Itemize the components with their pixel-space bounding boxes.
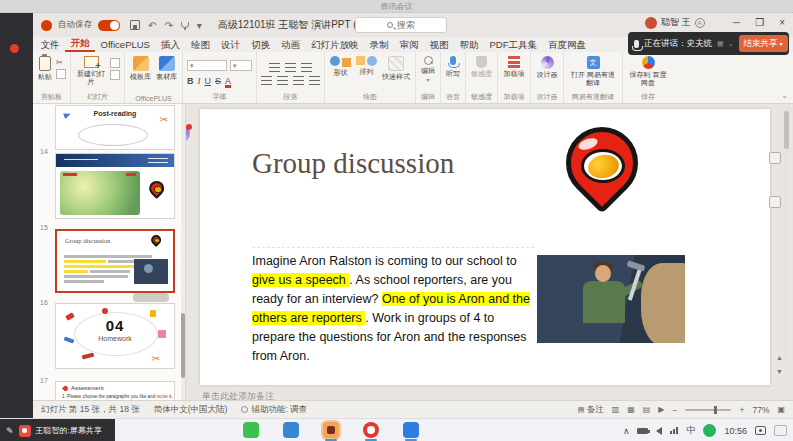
numbering-icon[interactable] xyxy=(285,63,296,72)
speaker-icon[interactable] xyxy=(656,427,662,435)
bold-button[interactable]: B xyxy=(187,76,194,86)
align-center-icon[interactable] xyxy=(277,76,288,85)
tab-draw[interactable]: 绘图 xyxy=(185,38,215,52)
trophy-icon[interactable] xyxy=(181,22,189,28)
zoom-slider[interactable] xyxy=(685,409,731,411)
addins-button[interactable]: 加载项 xyxy=(502,56,526,78)
tab-insert[interactable]: 插入 xyxy=(155,38,185,52)
slide-15[interactable]: Group discussion Imagine Aron Ralston is… xyxy=(200,109,770,385)
ime-indicator[interactable]: 中 xyxy=(686,424,695,437)
tab-design[interactable]: 设计 xyxy=(215,38,245,52)
designer-pane-icon[interactable] xyxy=(186,126,190,142)
save-icon[interactable] xyxy=(130,20,140,30)
tab-officeplus[interactable]: OfficePLUS xyxy=(95,38,155,52)
side-tool-icon[interactable] xyxy=(769,152,781,164)
minimize-button[interactable]: ─ xyxy=(733,17,740,28)
copy-icon[interactable] xyxy=(56,69,66,79)
dictate-button[interactable]: 听写 xyxy=(445,56,461,78)
show-desktop-icon[interactable] xyxy=(774,425,787,436)
end-share-button[interactable]: 结束共享 ▾ xyxy=(739,35,788,52)
align-left-icon[interactable] xyxy=(261,76,272,85)
tab-pdf-tools[interactable]: PDF工具集 xyxy=(484,38,543,52)
cut-icon[interactable]: ✂ xyxy=(56,58,66,67)
editing-button[interactable]: 编辑 ▾ xyxy=(420,56,436,84)
tab-transitions[interactable]: 切换 xyxy=(245,38,275,52)
layout-icon[interactable] xyxy=(110,58,120,68)
reading-view-icon[interactable]: ▤ xyxy=(643,405,651,414)
undo-icon[interactable]: ↶ xyxy=(148,20,156,31)
italic-button[interactable]: I xyxy=(198,76,201,86)
tray-expand-icon[interactable]: ∧ xyxy=(623,426,630,436)
shapes-button[interactable]: 形状 xyxy=(329,56,352,77)
slideshow-icon[interactable]: ▶ xyxy=(658,405,664,414)
previous-slide-icon[interactable]: ▲ xyxy=(776,354,783,361)
notes-placeholder[interactable]: 单击此处添加备注 xyxy=(202,390,274,400)
thumbnail-slide-17[interactable]: Assessment 1. Please choose the paragrap… xyxy=(55,381,175,400)
autosave-toggle[interactable] xyxy=(98,20,120,31)
zoom-slider-thumb[interactable] xyxy=(714,406,717,414)
sensitivity-button[interactable]: 敏感度 xyxy=(470,56,493,78)
thumbnail-slide-14[interactable] xyxy=(55,153,175,219)
next-slide-icon[interactable]: ▼ xyxy=(776,368,783,375)
normal-view-icon[interactable]: ▥ xyxy=(612,405,620,414)
reset-icon[interactable] xyxy=(110,70,120,80)
tab-review[interactable]: 审阅 xyxy=(394,38,424,52)
slide-sorter-icon[interactable]: ▦ xyxy=(627,405,635,414)
taskbar-active-app-icon[interactable] xyxy=(323,422,339,438)
side-tool-icon[interactable] xyxy=(769,196,781,208)
thumbnail-scrollbar-thumb[interactable] xyxy=(181,313,185,378)
youdao-open-button[interactable]: 文 打开 网易有道翻译 xyxy=(568,56,618,87)
strikethrough-button[interactable]: S xyxy=(215,76,221,86)
thumbnail-slide-13[interactable]: Post-reading ✂ xyxy=(55,105,175,150)
notes-toggle[interactable]: ▤ 备注 xyxy=(578,404,604,416)
zoom-in-button[interactable]: + xyxy=(739,405,744,415)
tab-animations[interactable]: 动画 xyxy=(275,38,305,52)
zoom-out-button[interactable]: − xyxy=(672,405,677,415)
account-chip[interactable]: 聪智 王 A xyxy=(645,16,705,29)
overlay-grid-icon[interactable]: ▦ xyxy=(717,40,724,48)
font-color-icon[interactable]: A xyxy=(225,77,231,88)
redo-icon[interactable]: ↷ xyxy=(164,20,172,31)
language-status[interactable]: 简体中文(中国大陆) xyxy=(154,404,228,416)
tab-record[interactable]: 录制 xyxy=(364,38,394,52)
overlay-chevron-icon[interactable]: ⌄ xyxy=(728,40,734,48)
quick-styles-button[interactable]: 快速样式 xyxy=(381,56,411,81)
tab-view[interactable]: 视图 xyxy=(424,38,454,52)
underline-button[interactable]: U xyxy=(205,76,212,86)
slide-scrollbar-thumb[interactable] xyxy=(784,111,789,149)
annotate-pen-icon[interactable]: ✎ xyxy=(6,426,14,436)
indent-icon[interactable] xyxy=(301,63,312,72)
thumbnail-slide-15-selected[interactable]: Group discussion xyxy=(55,229,175,293)
close-button[interactable]: × xyxy=(779,17,785,28)
baidu-save-button[interactable]: 保存到 百度网盘 xyxy=(627,56,669,87)
asset-lib-button[interactable]: 素材库 xyxy=(155,56,178,81)
collapse-ribbon-icon[interactable]: ⌄ xyxy=(781,91,788,100)
share-status-chip[interactable]: ✎ 王聪智的:屏幕共享 xyxy=(0,419,115,441)
fit-slide-icon[interactable]: ▣ xyxy=(777,405,785,414)
search-input[interactable]: 搜索 xyxy=(355,17,447,33)
tab-slideshow[interactable]: 幻灯片放映 xyxy=(305,38,364,52)
tab-home[interactable]: 开始 xyxy=(65,36,95,52)
thumbnail-slide-16[interactable]: 04 Homework ✂ xyxy=(55,303,175,369)
new-slide-button[interactable]: 新建幻灯片 xyxy=(75,56,107,86)
arrange-button[interactable]: 排列 xyxy=(355,56,378,76)
designer-button[interactable]: 设计器 xyxy=(535,56,559,79)
font-size-select[interactable]: ▾ xyxy=(230,60,252,71)
qat-more-icon[interactable]: ▾ xyxy=(197,20,202,31)
zoom-level[interactable]: 77% xyxy=(752,405,769,415)
restore-button[interactable]: ❐ xyxy=(755,17,764,28)
screenshot-icon[interactable] xyxy=(755,426,766,435)
slide-scrollbar[interactable] xyxy=(784,107,789,363)
tab-help[interactable]: 帮助 xyxy=(454,38,484,52)
columns-icon[interactable] xyxy=(309,76,320,85)
paste-button[interactable]: 粘贴 xyxy=(37,56,53,81)
tab-baidu-pan[interactable]: 百度网盘 xyxy=(542,38,591,52)
taskbar-app-icon-2[interactable] xyxy=(403,422,419,438)
tab-file[interactable]: 文件 xyxy=(35,38,65,52)
accessibility-status[interactable]: 辅助功能: 调查 xyxy=(241,404,307,416)
thumbnail-scrollbar[interactable] xyxy=(181,104,185,400)
align-right-icon[interactable] xyxy=(293,76,304,85)
taskbar-wechat-icon[interactable] xyxy=(243,422,259,438)
meeting-tray-icon[interactable] xyxy=(703,424,716,437)
font-name-select[interactable]: ▾ xyxy=(187,60,227,71)
